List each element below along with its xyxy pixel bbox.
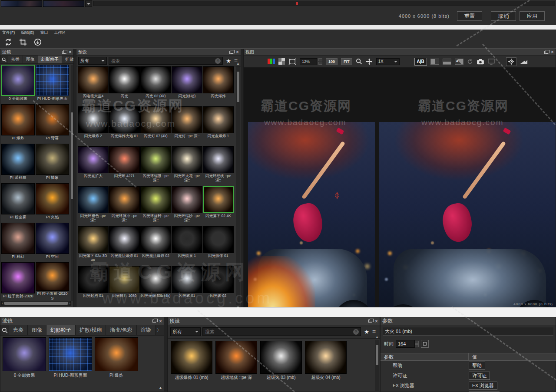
close-icon[interactable]: × (375, 319, 378, 323)
sync-icon[interactable] (3, 37, 13, 47)
search-icon[interactable] (2, 57, 7, 62)
alpha-checker-icon[interactable] (278, 58, 285, 65)
clear-search-icon[interactable]: × (353, 329, 359, 335)
parameter-button-2[interactable]: 许可证 (469, 372, 490, 380)
effect-name-field[interactable]: 大火 01 (mb) (383, 327, 553, 336)
snapshot-camera-icon[interactable] (477, 59, 484, 65)
filter-item[interactable]: PI 空间 (36, 223, 69, 261)
ab-compare-button[interactable]: A|B (414, 58, 427, 66)
time-input[interactable] (396, 340, 415, 348)
preset-item[interactable]: 闪光环 4271 (109, 146, 140, 186)
scroll-right-arrow[interactable]: › (69, 301, 70, 306)
preview-image-a[interactable] (248, 122, 375, 307)
zoom-100-button[interactable]: 100 (326, 58, 338, 65)
preset-item[interactable]: 闪光环脉冲 ::pe 深:: (109, 186, 140, 226)
filters-tab-1[interactable]: 光类 (8, 56, 23, 63)
search-icon[interactable] (2, 327, 8, 333)
preset-item[interactable]: 闪光源停 01 (203, 226, 234, 266)
float-panel-icon[interactable] (62, 51, 66, 54)
scroll-left-arrow[interactable]: ‹ (2, 301, 3, 306)
top-thumbnail-1[interactable] (1, 0, 42, 7)
bottom-filters-tab-1[interactable]: 光类 (9, 325, 28, 335)
scroll-up-arrow[interactable]: ▲ (375, 335, 379, 339)
publish-icon[interactable] (33, 37, 43, 47)
apply-button[interactable]: 应用 (520, 11, 545, 21)
preset-item[interactable]: 闪光环缩妙 ::pe 深:: (172, 186, 202, 226)
parameter-button-3[interactable]: FX 浏览器 (469, 382, 497, 390)
preset-item[interactable]: 闪光点爆炸 1 (203, 106, 234, 146)
clear-search-icon[interactable]: × (215, 58, 221, 64)
refresh-icon[interactable] (467, 59, 473, 65)
menu-item-2[interactable]: 编辑(E) (21, 30, 34, 36)
split-diagonal-icon[interactable]: A (455, 59, 463, 65)
filter-item[interactable]: PI 粒子发射-2020 S (36, 262, 69, 301)
parameter-button-1[interactable]: 帮助 (469, 362, 485, 370)
float-panel-icon[interactable] (544, 51, 548, 54)
filter-item[interactable]: PI HUD-图形界面 (49, 337, 92, 378)
scrollbar-thumb[interactable] (4, 302, 68, 305)
fit-expand-icon[interactable] (288, 58, 296, 65)
preset-item[interactable]: 闪电很大蓝4 (78, 66, 109, 106)
scrollbar-thumb[interactable] (376, 345, 378, 365)
preset-item[interactable]: 闪光灯 ::pe 深:: (172, 106, 202, 146)
preset-item[interactable]: 超级地狱 ::pe 深 (215, 341, 257, 380)
preset-item[interactable]: 闪光 (109, 66, 140, 106)
filters-tab-3[interactable]: 幻影粒子 (38, 56, 62, 63)
preset-item[interactable]: 闪光落下 02 4K (203, 186, 234, 226)
cancel-button[interactable]: 取消 (491, 11, 516, 21)
close-icon[interactable]: × (69, 50, 72, 54)
filters-tab-2[interactable]: 图像 (23, 56, 38, 63)
filter-item[interactable]: PI 抽象 (36, 144, 69, 182)
bottom-presets-scrollbar[interactable]: ▲ (375, 340, 379, 391)
preset-item[interactable]: 超级爆炸 01 (mb) (171, 341, 212, 380)
filter-item[interactable]: PI 爆炸 (95, 337, 138, 378)
monitor-preview-icon[interactable] (488, 59, 495, 65)
preset-item[interactable]: 超级火 04 (mb) (305, 341, 347, 380)
preview-image-b[interactable] (379, 122, 556, 307)
bottom-filters-tab-2[interactable]: 图像 (28, 325, 46, 335)
preset-item[interactable]: 闪光落下 02a 3D 4K (78, 226, 109, 266)
preview-canvas[interactable]: 4000 x 6000 (8 bits) (244, 68, 556, 307)
search-input[interactable] (109, 57, 223, 65)
category-dropdown[interactable]: 所有 (170, 327, 201, 336)
preset-item[interactable]: 闪光爆炸 (203, 66, 234, 106)
magnifier-icon[interactable] (356, 58, 362, 65)
preset-item[interactable]: 闪光 02 (4k) (140, 66, 171, 106)
presets-vertical-scrollbar[interactable]: ▲ ▼ (236, 66, 240, 305)
scroll-up-arrow[interactable]: ▲ (236, 62, 240, 66)
bottom-filters-tab-4[interactable]: 扩散/模糊 (76, 325, 106, 335)
preset-item[interactable]: 闪光(移动) (172, 66, 202, 106)
list-menu-icon[interactable]: ≡ (372, 328, 376, 335)
filter-item[interactable]: PI 背幕 (36, 104, 69, 143)
preset-item[interactable]: 闪光魔法爆炸 01 (109, 226, 140, 266)
zoom-fit-button[interactable]: FIT (341, 58, 352, 65)
playhead-marker[interactable] (296, 2, 298, 5)
favorites-star-icon[interactable]: ★ (364, 329, 369, 335)
preset-item[interactable]: 闪光环褪色 ::pe 深:: (78, 186, 109, 226)
category-dropdown[interactable]: 所有 (78, 57, 107, 65)
float-panel-icon[interactable] (152, 320, 156, 323)
filters-horizontal-scrollbar[interactable]: ‹› (1, 301, 71, 306)
preset-item[interactable]: 闪光爆炸火焰 01 (109, 106, 140, 146)
split-vertical-icon[interactable] (430, 59, 439, 65)
preset-item[interactable]: 闪光环经线 ::pe 深:: (203, 146, 234, 186)
preset-item[interactable]: 超级火 03 (mb) (260, 341, 302, 380)
preset-item[interactable]: 闪光爆炸 2 (78, 106, 109, 146)
float-panel-icon[interactable] (368, 320, 372, 323)
bottom-filters-tab-5[interactable]: 渐变/色彩 (106, 325, 136, 335)
filter-item[interactable]: PI HUD-图形界面 (36, 65, 69, 103)
preset-item[interactable]: 闪光魔法爆炸 02 (140, 226, 171, 266)
close-icon[interactable]: × (159, 319, 162, 323)
crop-icon[interactable] (18, 37, 28, 47)
ramp-icon[interactable] (520, 59, 528, 64)
menu-item-4[interactable]: 工作区 (54, 30, 66, 36)
preset-item[interactable]: 闪光雾 01 (172, 266, 202, 306)
filters-tab-4[interactable]: 扩散/模糊 (62, 56, 73, 63)
float-panel-icon[interactable] (229, 51, 233, 54)
filter-item[interactable]: PI 采样器 (1, 144, 35, 182)
preset-item[interactable]: 闪光喷泉 1 (172, 226, 202, 266)
preset-item[interactable]: 闪光灯 07 (4k) (140, 106, 171, 146)
filter-item[interactable]: PI 科幻 (1, 223, 35, 261)
preset-item[interactable]: 闪光雾 02 (203, 266, 234, 306)
preset-item[interactable]: 闪光环旋转 ::pe 深:: (140, 186, 171, 226)
